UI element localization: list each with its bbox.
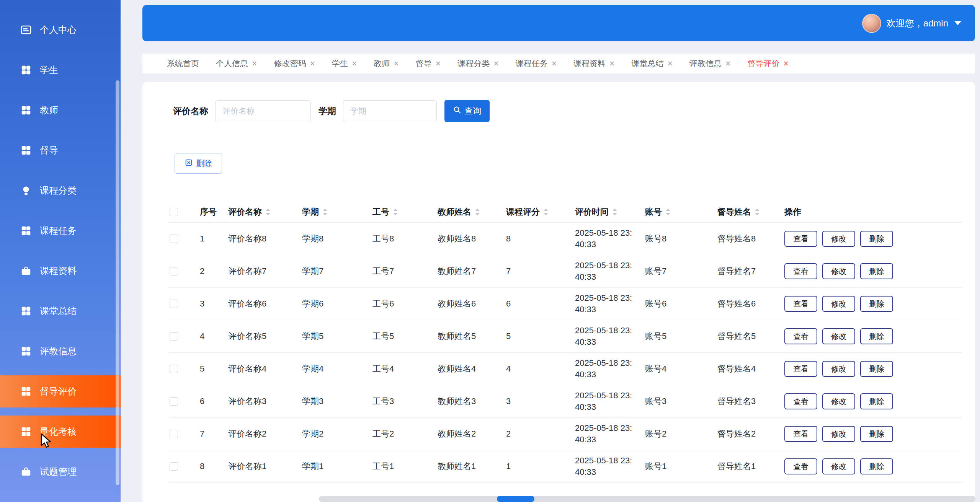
column-header-评价名称[interactable]: 评价名称 xyxy=(228,206,302,218)
edit-button[interactable]: 修改 xyxy=(822,296,855,312)
cell-account: 账号1 xyxy=(645,461,717,472)
view-button[interactable]: 查看 xyxy=(784,393,817,409)
tab-教师[interactable]: 教师 × xyxy=(374,58,399,69)
search-button[interactable]: 查询 xyxy=(444,100,490,122)
column-header-课程评分[interactable]: 课程评分 xyxy=(506,206,575,218)
tab-close-icon[interactable]: × xyxy=(310,59,315,68)
sort-carets-icon[interactable] xyxy=(755,209,760,215)
view-button[interactable]: 查看 xyxy=(784,231,817,247)
sidebar-scrollbar[interactable] xyxy=(116,80,119,485)
tab-督导评价[interactable]: 督导评价 × xyxy=(747,58,788,69)
column-header-序号[interactable]: 序号 xyxy=(191,206,228,218)
view-button[interactable]: 查看 xyxy=(784,263,817,279)
tab-close-icon[interactable]: × xyxy=(394,59,399,68)
sort-carets-icon[interactable] xyxy=(323,209,327,215)
tab-close-icon[interactable]: × xyxy=(783,59,788,68)
tab-close-icon[interactable]: × xyxy=(493,59,498,68)
sidebar-item-督导[interactable]: 督导 xyxy=(0,134,121,166)
tab-督导[interactable]: 督导 × xyxy=(416,58,441,69)
sidebar-item-学生[interactable]: 学生 xyxy=(0,54,121,86)
edit-button[interactable]: 修改 xyxy=(822,426,855,442)
sidebar-item-量化考核[interactable]: 量化考核 xyxy=(0,416,121,448)
column-header-label: 序号 xyxy=(200,206,217,218)
horizontal-scrollbar[interactable] xyxy=(319,496,975,502)
row-checkbox[interactable] xyxy=(170,365,178,373)
sidebar-item-督导评价[interactable]: 督导评价 xyxy=(0,375,121,407)
delete-row-button[interactable]: 删除 xyxy=(860,328,893,344)
row-checkbox[interactable] xyxy=(170,235,178,243)
row-checkbox[interactable] xyxy=(170,267,178,275)
row-checkbox[interactable] xyxy=(170,332,178,341)
scrollbar-thumb[interactable] xyxy=(497,496,534,502)
sidebar-item-个人中心[interactable]: 个人中心 xyxy=(0,14,121,46)
edit-button[interactable]: 修改 xyxy=(822,328,855,344)
row-checkbox[interactable] xyxy=(170,430,178,438)
sidebar-item-评教信息[interactable]: 评教信息 xyxy=(0,335,121,367)
delete-row-button[interactable]: 删除 xyxy=(860,231,893,247)
tab-close-icon[interactable]: × xyxy=(609,59,614,68)
dropdown-caret-icon[interactable] xyxy=(954,21,961,25)
delete-row-button[interactable]: 删除 xyxy=(860,361,893,377)
tab-close-icon[interactable]: × xyxy=(668,59,673,68)
edit-button[interactable]: 修改 xyxy=(822,393,855,409)
column-header-教师姓名[interactable]: 教师姓名 xyxy=(438,206,506,218)
tab-评教信息[interactable]: 评教信息 × xyxy=(689,58,730,69)
column-header-督导姓名[interactable]: 督导姓名 xyxy=(717,206,784,218)
cell-course-score: 3 xyxy=(506,396,575,406)
sidebar-item-课堂总结[interactable]: 课堂总结 xyxy=(0,295,121,327)
select-all-checkbox[interactable] xyxy=(170,208,178,216)
cell-term: 学期4 xyxy=(302,363,372,375)
avatar[interactable] xyxy=(862,14,881,33)
sort-carets-icon[interactable] xyxy=(393,209,398,215)
sidebar-item-课程任务[interactable]: 课程任务 xyxy=(0,215,121,247)
tab-修改密码[interactable]: 修改密码 × xyxy=(274,58,315,69)
tab-课程资料[interactable]: 课程资料 × xyxy=(573,58,614,69)
column-header-学期[interactable]: 学期 xyxy=(302,206,372,218)
sort-carets-icon[interactable] xyxy=(475,209,480,215)
column-header-账号[interactable]: 账号 xyxy=(645,206,717,218)
edit-button[interactable]: 修改 xyxy=(822,263,855,279)
tab-课程任务[interactable]: 课程任务 × xyxy=(516,58,557,69)
evaluation-name-input[interactable] xyxy=(215,100,311,122)
row-checkbox[interactable] xyxy=(170,397,178,406)
edit-button[interactable]: 修改 xyxy=(822,231,855,247)
edit-button[interactable]: 修改 xyxy=(822,458,855,474)
edit-button[interactable]: 修改 xyxy=(822,361,855,377)
sidebar-item-试题管理[interactable]: 试题管理 xyxy=(0,456,121,488)
tab-个人信息[interactable]: 个人信息 × xyxy=(216,58,257,69)
delete-row-button[interactable]: 删除 xyxy=(860,426,893,442)
view-button[interactable]: 查看 xyxy=(784,361,817,377)
sort-carets-icon[interactable] xyxy=(544,209,548,215)
sidebar-item-课程资料[interactable]: 课程资料 xyxy=(0,255,121,287)
delete-row-button[interactable]: 删除 xyxy=(860,296,893,312)
tab-课程分类[interactable]: 课程分类 × xyxy=(457,58,498,69)
delete-row-button[interactable]: 删除 xyxy=(860,263,893,279)
tab-close-icon[interactable]: × xyxy=(725,59,730,68)
tab-close-icon[interactable]: × xyxy=(352,59,357,68)
column-header-工号[interactable]: 工号 xyxy=(372,206,438,218)
tab-close-icon[interactable]: × xyxy=(552,59,557,68)
tab-课堂总结[interactable]: 课堂总结 × xyxy=(632,58,673,69)
column-header-操作[interactable]: 操作 xyxy=(784,206,962,218)
tab-学生[interactable]: 学生 × xyxy=(332,58,357,69)
row-checkbox[interactable] xyxy=(170,462,178,471)
batch-delete-button[interactable]: 删除 xyxy=(175,153,222,174)
sort-carets-icon[interactable] xyxy=(666,209,670,215)
user-menu[interactable]: 欢迎您，admin xyxy=(862,14,961,33)
sort-carets-icon[interactable] xyxy=(266,209,270,215)
tab-close-icon[interactable]: × xyxy=(436,59,441,68)
sidebar-item-课程分类[interactable]: 课程分类 xyxy=(0,174,121,207)
view-button[interactable]: 查看 xyxy=(784,328,817,344)
sort-carets-icon[interactable] xyxy=(612,209,617,215)
column-header-评价时间[interactable]: 评价时间 xyxy=(575,206,645,218)
tab-系统首页[interactable]: 系统首页 xyxy=(167,58,199,69)
sidebar-item-教师[interactable]: 教师 xyxy=(0,94,121,126)
tab-close-icon[interactable]: × xyxy=(252,59,257,68)
delete-row-button[interactable]: 删除 xyxy=(860,393,893,409)
delete-row-button[interactable]: 删除 xyxy=(860,458,893,474)
row-checkbox[interactable] xyxy=(170,300,178,308)
term-input[interactable] xyxy=(343,100,437,122)
view-button[interactable]: 查看 xyxy=(784,458,817,474)
view-button[interactable]: 查看 xyxy=(784,296,817,312)
view-button[interactable]: 查看 xyxy=(784,426,817,442)
